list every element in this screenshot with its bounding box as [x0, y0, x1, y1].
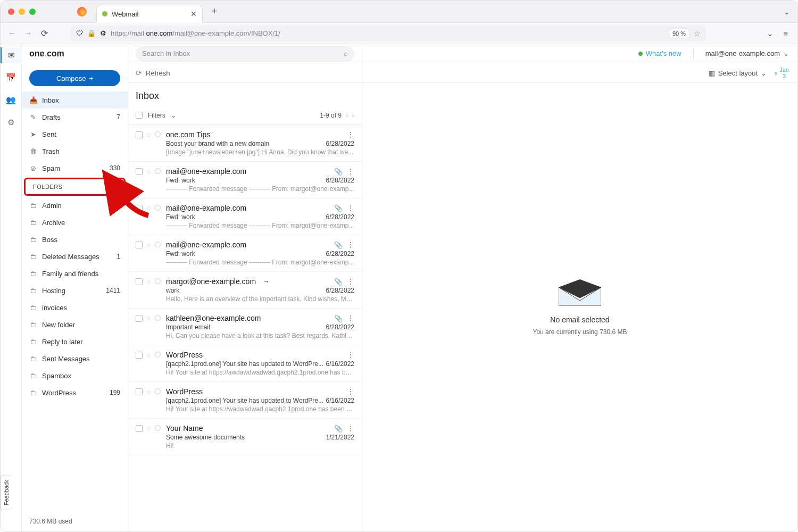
contacts-icon[interactable]: 👥 [1, 92, 22, 108]
read-status-icon[interactable] [155, 278, 161, 284]
mail-icon[interactable]: ✉ [1, 47, 22, 63]
read-status-icon[interactable] [155, 352, 161, 358]
sidebar-item-drafts[interactable]: ✎ Drafts 7 [22, 109, 128, 126]
star-icon[interactable]: ☆ [146, 278, 152, 286]
compose-button[interactable]: Compose + [29, 70, 120, 86]
message-row[interactable]: ☆ Your Name 📎 ⋮ Some awesome documents 1… [128, 419, 362, 455]
menu-icon[interactable]: ≡ [780, 29, 791, 38]
prev-page-icon[interactable]: ‹ [346, 112, 348, 119]
message-checkbox[interactable] [136, 131, 143, 138]
read-status-icon[interactable] [155, 242, 161, 247]
feedback-tab[interactable]: Feedback [1, 475, 12, 510]
message-checkbox[interactable] [136, 242, 143, 248]
message-row[interactable]: ☆ mail@one-example.com 📎 ⋮ Fwd: work 6/2… [128, 198, 362, 235]
sidebar-item-folder[interactable]: 🗀 invoices [22, 299, 128, 316]
message-menu-icon[interactable]: ⋮ [347, 387, 354, 396]
select-all-checkbox[interactable] [136, 112, 143, 119]
star-icon[interactable]: ☆ [146, 168, 152, 176]
sidebar-item-folder[interactable]: 🗀 Admin 1 [22, 197, 128, 214]
browser-tab[interactable]: Webmail ✕ [96, 5, 203, 23]
star-icon[interactable]: ☆ [146, 315, 152, 322]
calendar-icon[interactable]: 📅 [1, 70, 22, 86]
reload-button[interactable]: ⟳ [39, 28, 49, 38]
pocket-icon[interactable]: ⌄ [764, 29, 775, 38]
select-layout-button[interactable]: ▥ Select layout ⌄ [709, 69, 767, 77]
read-status-icon[interactable] [155, 205, 161, 211]
message-row[interactable]: ☆ WordPress ⋮ [qacph2.1prod.one] Your si… [128, 382, 362, 419]
message-checkbox[interactable] [136, 278, 143, 285]
lock-icon[interactable]: 🔒 [87, 29, 96, 37]
message-checkbox[interactable] [136, 205, 143, 212]
sidebar-item-folder[interactable]: 🗀 WordPress 199 [22, 384, 128, 401]
star-icon[interactable]: ☆ [146, 388, 152, 396]
sidebar-item-spam[interactable]: ⊘ Spam 330 [22, 160, 128, 177]
star-icon[interactable]: ☆ [146, 242, 152, 249]
filters-label[interactable]: Filters [148, 112, 165, 119]
message-checkbox[interactable] [136, 352, 143, 359]
whats-new-link[interactable]: What's new [638, 49, 681, 57]
sidebar-item-folder[interactable]: 🗀 Boss [22, 231, 128, 248]
back-button[interactable]: ← [7, 29, 18, 38]
maximize-icon[interactable] [29, 9, 36, 15]
message-menu-icon[interactable]: ⋮ [347, 351, 354, 359]
refresh-icon[interactable]: ⟳ [136, 69, 142, 77]
sidebar-item-folder[interactable]: 🗀 Sent Messages [22, 350, 128, 367]
message-menu-icon[interactable]: ⋮ [347, 130, 354, 139]
read-status-icon[interactable] [155, 168, 161, 174]
message-checkbox[interactable] [136, 168, 143, 175]
sidebar-item-folder[interactable]: 🗀 Spambox [22, 367, 128, 384]
settings-icon[interactable]: ⚙ [1, 114, 22, 130]
message-row[interactable]: ☆ one.com Tips ⋮ Boost your brand with a… [128, 125, 362, 162]
sidebar-item-folder[interactable]: 🗀 Hosting 1411 [22, 282, 128, 299]
message-row[interactable]: ☆ mail@one-example.com 📎 ⋮ Fwd: work 6/2… [128, 162, 362, 198]
read-status-icon[interactable] [155, 425, 161, 431]
read-status-icon[interactable] [155, 131, 161, 137]
message-menu-icon[interactable]: ⋮ [347, 277, 354, 286]
url-bar[interactable]: 🛡 🔒 ⚙ https://mail.one.com/mail@one-exam… [71, 26, 706, 41]
message-row[interactable]: ☆ kathleen@one-example.com 📎 ⋮ Important… [128, 309, 362, 345]
sidebar-item-inbox[interactable]: 📥 Inbox [22, 92, 128, 109]
new-tab-button[interactable]: + [207, 4, 222, 19]
message-menu-icon[interactable]: ⋮ [347, 314, 354, 322]
message-checkbox[interactable] [136, 425, 143, 432]
message-row[interactable]: ☆ WordPress ⋮ [qacph2.1prod.one] Your si… [128, 345, 362, 382]
read-status-icon[interactable] [155, 388, 161, 394]
read-status-icon[interactable] [155, 315, 161, 321]
star-icon[interactable]: ☆ [146, 205, 152, 212]
sidebar-item-folder[interactable]: 🗀 Reply to later [22, 333, 128, 350]
sidebar-item-folder[interactable]: 🗀 Family and friends [22, 265, 128, 282]
close-icon[interactable] [8, 9, 14, 15]
message-checkbox[interactable] [136, 388, 143, 395]
star-icon[interactable]: ☆ [146, 425, 152, 433]
account-menu[interactable]: mail@one-example.com ⌄ [705, 49, 789, 57]
refresh-label[interactable]: Refresh [146, 69, 170, 77]
date-nav[interactable]: « Jan 3 [774, 66, 789, 79]
add-folder-icon[interactable]: + [112, 182, 117, 191]
zoom-badge[interactable]: 90 % [669, 29, 689, 38]
minimize-icon[interactable] [19, 9, 25, 15]
shield-icon[interactable]: 🛡 [76, 29, 83, 37]
tab-close-icon[interactable]: ✕ [190, 10, 197, 18]
star-icon[interactable]: ☆ [146, 352, 152, 359]
message-row[interactable]: ☆ margot@one-example.com → 📎 ⋮ work 6/28… [128, 272, 362, 309]
chevron-down-icon[interactable]: ⌄ [171, 112, 176, 119]
sidebar-item-trash[interactable]: 🗑 Trash [22, 143, 128, 160]
folders-header[interactable]: FOLDERS + [24, 178, 126, 196]
sidebar-item-sent[interactable]: ➤ Sent [22, 126, 128, 143]
message-checkbox[interactable] [136, 315, 143, 322]
message-row[interactable]: ☆ mail@one-example.com 📎 ⋮ Fwd: work 6/2… [128, 235, 362, 272]
bookmark-icon[interactable]: ☆ [694, 29, 701, 38]
sidebar-item-folder[interactable]: 🗀 Deleted Messages 1 [22, 248, 128, 265]
permissions-icon[interactable]: ⚙ [100, 29, 106, 37]
message-menu-icon[interactable]: ⋮ [347, 204, 354, 212]
forward-button[interactable]: → [23, 29, 34, 38]
sidebar-item-folder[interactable]: 🗀 New folder [22, 316, 128, 333]
tabs-dropdown-icon[interactable]: ⌄ [784, 7, 790, 16]
message-menu-icon[interactable]: ⋮ [347, 424, 354, 433]
message-menu-icon[interactable]: ⋮ [347, 240, 354, 249]
message-menu-icon[interactable]: ⋮ [347, 167, 354, 176]
next-page-icon[interactable]: › [352, 112, 354, 119]
star-icon[interactable]: ☆ [146, 131, 152, 139]
sidebar-item-folder[interactable]: 🗀 Archive [22, 214, 128, 231]
search-input[interactable]: Search in Inbox ⌕ [136, 46, 354, 62]
